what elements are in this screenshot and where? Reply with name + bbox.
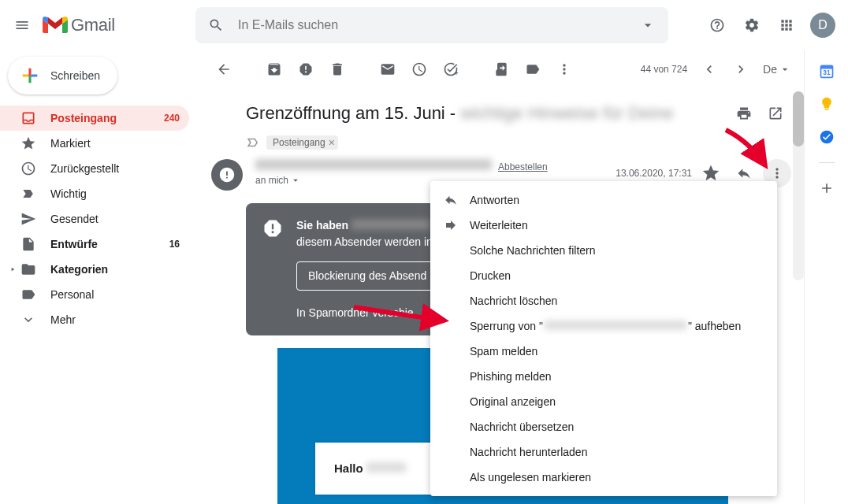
menu-report-spam[interactable]: Spam melden bbox=[430, 339, 777, 364]
more-icon[interactable] bbox=[549, 54, 580, 85]
add-task-icon[interactable]: + bbox=[435, 54, 467, 85]
search-icon[interactable] bbox=[200, 9, 232, 41]
svg-text:+: + bbox=[454, 69, 458, 77]
keep-icon[interactable] bbox=[819, 96, 835, 112]
svg-text:31: 31 bbox=[823, 69, 831, 76]
reply-icon bbox=[443, 193, 459, 207]
sender-avatar bbox=[211, 159, 243, 191]
add-icon[interactable] bbox=[819, 180, 835, 196]
menu-print[interactable]: Drucken bbox=[430, 263, 777, 288]
account-avatar[interactable]: D bbox=[810, 13, 835, 38]
menu-delete[interactable]: Nachricht löschen bbox=[430, 288, 777, 313]
move-icon[interactable] bbox=[485, 54, 517, 85]
message-date: 13.06.2020, 17:31 bbox=[616, 168, 692, 179]
archive-icon[interactable] bbox=[258, 54, 290, 85]
sidebar-item-important[interactable]: Wichtig bbox=[0, 181, 189, 206]
send-icon bbox=[20, 211, 36, 227]
menu-mark-unread[interactable]: Als ungelesen markieren bbox=[430, 465, 777, 490]
settings-icon[interactable] bbox=[736, 9, 768, 41]
app-name: Gmail bbox=[71, 15, 115, 35]
compose-label: Schreiben bbox=[50, 69, 100, 82]
back-icon[interactable] bbox=[208, 54, 240, 85]
message-subject: Grenzöffnung am 15. Juni - wichtige Hinw… bbox=[246, 103, 728, 124]
warning-icon bbox=[262, 217, 284, 239]
prev-icon[interactable] bbox=[694, 54, 725, 85]
greeting: Hallo bbox=[334, 461, 406, 475]
side-panel: 31 bbox=[804, 50, 848, 504]
menu-forward[interactable]: Weiterleiten bbox=[430, 213, 777, 238]
plus-icon bbox=[19, 65, 41, 87]
search-dropdown-icon[interactable] bbox=[632, 9, 664, 41]
print-icon[interactable] bbox=[728, 98, 760, 129]
mark-unread-icon[interactable] bbox=[372, 54, 404, 85]
search-bar[interactable] bbox=[195, 7, 668, 43]
categories-icon bbox=[20, 261, 36, 277]
spam-icon[interactable] bbox=[290, 54, 322, 85]
unsubscribe-link[interactable]: Abbestellen bbox=[498, 161, 548, 172]
message-toolbar: + 44 von 724 De bbox=[202, 50, 804, 88]
clock-icon bbox=[20, 161, 36, 176]
next-icon[interactable] bbox=[725, 54, 757, 85]
sidebar: Schreiben Posteingang 240 Markiert Zurüc… bbox=[0, 50, 202, 504]
chevron-down-icon bbox=[20, 312, 36, 328]
sidebar-item-snoozed[interactable]: Zurückgestellt bbox=[0, 156, 189, 181]
important-icon bbox=[20, 186, 36, 202]
menu-filter[interactable]: Solche Nachrichten filtern bbox=[430, 238, 777, 263]
menu-report-phishing[interactable]: Phishing melden bbox=[430, 364, 777, 389]
menu-icon[interactable] bbox=[6, 9, 38, 41]
remove-label-icon[interactable]: × bbox=[329, 136, 335, 149]
tasks-icon[interactable] bbox=[819, 129, 835, 145]
menu-unblock[interactable]: Sperrung von "" aufheben bbox=[430, 313, 777, 339]
draft-icon bbox=[20, 236, 36, 252]
pager-text: 44 von 724 bbox=[641, 64, 687, 75]
sidebar-item-more[interactable]: Mehr bbox=[0, 307, 189, 332]
sidebar-item-personal[interactable]: Personal bbox=[0, 282, 189, 307]
menu-translate[interactable]: Nachricht übersetzen bbox=[430, 414, 777, 439]
menu-download[interactable]: Nachricht herunterladen bbox=[430, 439, 777, 465]
star-icon bbox=[20, 135, 36, 151]
inbox-label-chip[interactable]: Posteingang× bbox=[266, 135, 338, 150]
forward-icon bbox=[443, 218, 459, 232]
sidebar-item-sent[interactable]: Gesendet bbox=[0, 206, 189, 232]
menu-show-original[interactable]: Original anzeigen bbox=[430, 389, 777, 414]
move-to-spam-link[interactable]: In Spamordner verschie bbox=[296, 306, 414, 319]
unblock-button[interactable]: Blockierung des Absend bbox=[296, 261, 438, 291]
label-icon bbox=[20, 287, 36, 302]
new-window-icon[interactable] bbox=[760, 98, 791, 129]
sidebar-item-starred[interactable]: Markiert bbox=[0, 131, 189, 156]
calendar-icon[interactable]: 31 bbox=[819, 63, 835, 79]
sidebar-item-categories[interactable]: Kategorien bbox=[0, 257, 189, 282]
delete-icon[interactable] bbox=[322, 54, 353, 85]
scrollbar-thumb[interactable] bbox=[793, 91, 804, 146]
inbox-icon bbox=[20, 110, 36, 126]
important-marker-icon[interactable] bbox=[246, 135, 260, 150]
sidebar-item-inbox[interactable]: Posteingang 240 bbox=[0, 106, 189, 131]
input-language[interactable]: De bbox=[763, 63, 791, 76]
sidebar-item-drafts[interactable]: Entwürfe 16 bbox=[0, 232, 189, 257]
gmail-logo-icon bbox=[43, 16, 68, 35]
help-icon[interactable] bbox=[701, 9, 733, 41]
menu-reply[interactable]: Antworten bbox=[430, 187, 777, 213]
search-input[interactable] bbox=[232, 18, 632, 32]
message-context-menu: Antworten Weiterleiten Solche Nachrichte… bbox=[430, 181, 777, 496]
snooze-icon[interactable] bbox=[404, 54, 435, 85]
labels-icon[interactable] bbox=[517, 54, 549, 85]
compose-button[interactable]: Schreiben bbox=[8, 57, 117, 94]
apps-icon[interactable] bbox=[771, 9, 802, 41]
app-header: Gmail D bbox=[0, 0, 848, 50]
sender-name bbox=[255, 159, 492, 170]
